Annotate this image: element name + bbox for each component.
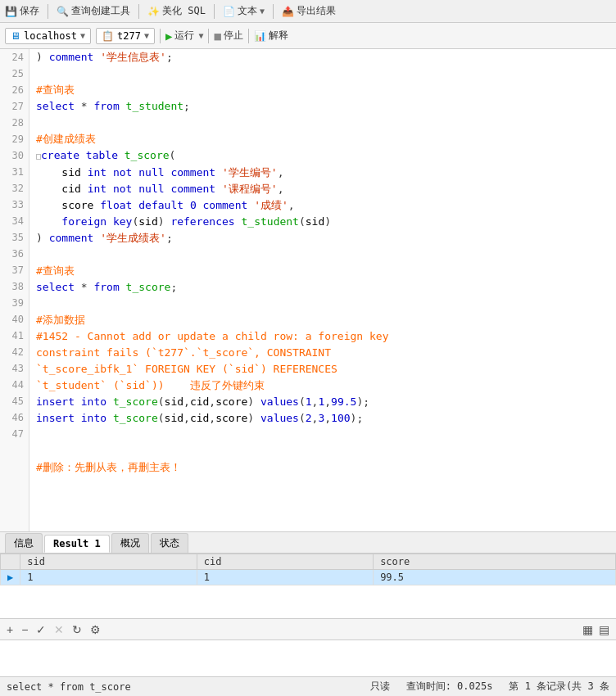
delete-row-button[interactable]: − — [20, 623, 29, 636]
code-line: sid int not null comment '学生编号', — [36, 165, 609, 181]
host-arrow: ▼ — [80, 31, 85, 40]
text-label: 文本 — [238, 4, 257, 18]
settings-button[interactable]: ⚙ — [88, 623, 102, 636]
cell-sid[interactable]: 1 — [20, 570, 197, 585]
save-button[interactable]: 💾 保存 — [5, 4, 39, 18]
export-icon: 📤 — [282, 6, 294, 17]
code-line: `t_score_ibfk_1` FOREIGN KEY (`sid`) REF… — [36, 361, 609, 377]
query-builder-button[interactable]: 🔍 查询创建工具 — [57, 4, 130, 18]
code-line: #删除：先删从表，再删主表！ — [36, 459, 609, 476]
toolbar-sep-2 — [138, 4, 139, 19]
cell-score[interactable]: 99.5 — [374, 570, 616, 585]
text-button[interactable]: 📄 文本 ▼ — [223, 4, 265, 18]
result-area[interactable]: sidcidscore ▶1199.5 — [0, 554, 616, 619]
beautify-button[interactable]: ✨ 美化 SQL — [147, 4, 206, 18]
conn-sep — [160, 29, 161, 43]
code-line — [36, 476, 609, 492]
grid-view-button[interactable]: ▦ — [581, 623, 595, 636]
export-button[interactable]: 📤 导出结果 — [282, 4, 336, 18]
cell-cid[interactable]: 1 — [197, 570, 373, 585]
tab-result-1[interactable]: Result 1 — [44, 535, 110, 553]
stop-button[interactable]: ■ 停止 — [214, 29, 242, 43]
host-value: localhost — [24, 30, 77, 42]
column-header-score[interactable]: score — [374, 554, 616, 570]
query-builder-icon: 🔍 — [57, 6, 69, 17]
status-bar: select * from t_score 只读 查询时间: 0.025s 第 … — [0, 676, 616, 696]
row-indicator: ▶ — [1, 570, 20, 585]
line-number: 38 — [5, 278, 24, 295]
run-arrow: ▼ — [198, 31, 203, 40]
line-number: 41 — [5, 328, 24, 344]
line-number: 39 — [5, 295, 24, 311]
status-time: 查询时间: 0.025s — [406, 680, 493, 694]
line-number: 33 — [5, 197, 24, 213]
line-number: 36 — [5, 246, 24, 262]
connection-bar: 🖥 localhost ▼ 📋 t277 ▼ ▶ 运行 ▼ ■ 停止 📊 解释 — [0, 23, 616, 49]
line-number: 26 — [5, 82, 24, 98]
explain-label: 解释 — [269, 29, 288, 43]
stop-icon: ■ — [214, 29, 220, 43]
code-area[interactable]: ) comment '学生信息表';#查询表select * from t_st… — [29, 49, 616, 531]
line-number: 37 — [5, 262, 24, 278]
code-line: select * from t_score; — [36, 279, 609, 296]
tab-概况[interactable]: 概况 — [111, 533, 149, 553]
code-line: cid int not null comment '课程编号', — [36, 181, 609, 197]
tab-信息[interactable]: 信息 — [5, 533, 43, 553]
column-header-cid[interactable]: cid — [197, 554, 373, 570]
code-line: `t_student` (`sid`)) 违反了外键约束 — [36, 377, 609, 394]
line-number: 46 — [5, 409, 24, 426]
result-table-body: ▶1199.5 — [1, 570, 616, 585]
toolbar-sep-4 — [273, 4, 274, 19]
code-line — [36, 66, 609, 82]
toolbar: 💾 保存 🔍 查询创建工具 ✨ 美化 SQL 📄 文本 ▼ 📤 导出结果 — [0, 0, 616, 23]
text-icon: 📄 — [223, 6, 235, 17]
confirm-button[interactable]: ✓ — [34, 623, 48, 636]
code-line: #1452 - Cannot add or update a child row… — [36, 328, 609, 345]
conn-sep2 — [208, 29, 209, 43]
db-select[interactable]: 📋 t277 ▼ — [96, 28, 155, 44]
db-value: t277 — [117, 30, 141, 42]
result-table: sidcidscore ▶1199.5 — [0, 554, 616, 585]
host-select[interactable]: 🖥 localhost ▼ — [5, 28, 91, 44]
table-row[interactable]: ▶1199.5 — [1, 570, 616, 585]
code-editor[interactable]: 2425262728293031323334353637383940414243… — [0, 49, 616, 532]
explain-icon: 📊 — [254, 30, 266, 42]
column-header-sid[interactable]: sid — [20, 554, 197, 570]
explain-button[interactable]: 📊 解释 — [254, 29, 288, 43]
tab-状态[interactable]: 状态 — [151, 533, 188, 553]
export-label: 导出结果 — [297, 4, 336, 18]
list-view-button[interactable]: ▤ — [597, 623, 611, 636]
code-line: #添加数据 — [36, 312, 609, 328]
line-number: 47 — [5, 426, 24, 442]
tabs-bar: 信息Result 1概况状态 — [0, 532, 616, 554]
add-row-button[interactable]: + — [5, 623, 15, 636]
code-line — [36, 443, 609, 459]
beautify-label: 美化 SQL — [162, 4, 206, 18]
code-line: #查询表 — [36, 263, 609, 279]
run-button[interactable]: ▶ 运行 ▼ — [165, 29, 203, 43]
code-line: score float default 0 comment '成绩', — [36, 197, 609, 214]
code-line: #查询表 — [36, 82, 609, 98]
line-number: 44 — [5, 377, 24, 393]
status-records: 第 1 条记录(共 3 条 — [509, 680, 609, 694]
line-number: 45 — [5, 393, 24, 409]
code-line: ) comment '学生成绩表'; — [36, 230, 609, 246]
run-label: 运行 — [174, 29, 194, 43]
line-number: 25 — [5, 66, 24, 82]
line-number: 31 — [5, 164, 24, 180]
view-toggle: ▦ ▤ — [581, 623, 611, 636]
status-readonly: 只读 — [370, 680, 390, 694]
db-arrow: ▼ — [144, 31, 149, 40]
code-line — [36, 427, 609, 443]
code-line: ) comment '学生信息表'; — [36, 49, 609, 66]
conn-sep3 — [248, 29, 249, 43]
line-number: 29 — [5, 131, 24, 147]
play-icon: ▶ — [165, 29, 172, 43]
line-number: 28 — [5, 115, 24, 131]
toolbar-sep-1 — [48, 4, 48, 19]
result-table-head: sidcidscore — [1, 554, 616, 570]
refresh-button[interactable]: ↻ — [70, 623, 84, 636]
code-line — [36, 246, 609, 263]
action-bar: + − ✓ ✕ ↻ ⚙ ▦ ▤ — [0, 619, 616, 640]
cancel-edit-button[interactable]: ✕ — [52, 623, 66, 636]
